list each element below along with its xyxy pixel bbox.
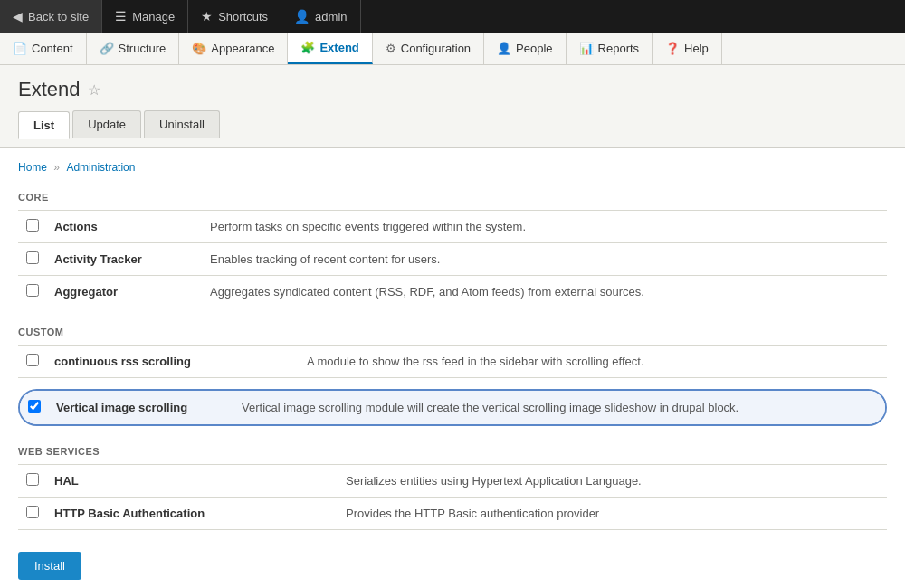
hal-checkbox[interactable] (26, 473, 39, 486)
star-icon: ★ (201, 9, 213, 24)
module-name: Activity Tracker (54, 252, 142, 266)
secondary-nav: 📄 Content 🔗 Structure 🎨 Appearance 🧩 Ext… (0, 33, 905, 65)
tabs-row: List Update Uninstall (18, 110, 887, 138)
people-icon: 👤 (497, 42, 511, 55)
nav-configuration[interactable]: ⚙ Configuration (373, 33, 484, 64)
section-heading-custom: CUSTOM (18, 319, 887, 341)
highlighted-module-table: Vertical image scrolling Vertical image … (20, 391, 885, 424)
page-content: Extend ☆ List Update Uninstall Home » Ad… (0, 65, 905, 588)
module-desc: Vertical image scrolling module will cre… (242, 401, 738, 414)
table-row: HTTP Basic Authentication Provides the H… (18, 498, 887, 530)
table-row: HAL Serializes entities using Hypertext … (18, 465, 887, 498)
install-button[interactable]: Install (18, 552, 81, 580)
reports-icon: 📊 (579, 42, 594, 55)
table-row: Actions Perform tasks on specific events… (18, 211, 887, 243)
favorite-star-icon[interactable]: ☆ (88, 81, 100, 99)
actions-checkbox[interactable] (26, 219, 39, 232)
continuous-rss-checkbox[interactable] (26, 354, 39, 366)
page-header: Extend ☆ List Update Uninstall (0, 65, 905, 148)
module-name: HAL (54, 474, 79, 488)
nav-content[interactable]: 📄 Content (0, 33, 87, 64)
custom-modules-table: continuous rss scrolling A module to sho… (18, 345, 887, 378)
config-icon: ⚙ (386, 42, 396, 55)
module-name: Vertical image scrolling (56, 401, 187, 414)
appearance-icon: 🎨 (192, 42, 206, 55)
content-icon: 📄 (13, 42, 27, 55)
web-services-modules-table: HAL Serializes entities using Hypertext … (18, 464, 887, 530)
section-heading-web-services: WEB SERVICES (18, 439, 887, 460)
top-bar: ◀ Back to site ☰ Manage ★ Shortcuts 👤 ad… (0, 0, 905, 33)
module-desc: A module to show the rss feed in the sid… (307, 355, 644, 368)
breadcrumb-home[interactable]: Home (18, 161, 47, 174)
extend-icon: 🧩 (300, 41, 315, 54)
menu-icon: ☰ (115, 9, 127, 24)
tab-uninstall[interactable]: Uninstall (144, 110, 220, 138)
main-content: Home » Administration CORE Actions Perfo… (0, 148, 905, 588)
http-basic-auth-checkbox[interactable] (26, 506, 39, 518)
module-name: continuous rss scrolling (54, 355, 191, 368)
module-name: Aggregator (54, 285, 118, 299)
nav-people[interactable]: 👤 People (484, 33, 566, 64)
tab-update[interactable]: Update (72, 110, 141, 138)
module-desc: Perform tasks on specific events trigger… (210, 220, 526, 233)
nav-reports[interactable]: 📊 Reports (567, 33, 653, 64)
module-name: HTTP Basic Authentication (54, 507, 205, 520)
structure-icon: 🔗 (100, 42, 114, 55)
shortcuts-menu[interactable]: ★ Shortcuts (188, 0, 281, 33)
nav-appearance[interactable]: 🎨 Appearance (179, 33, 288, 64)
table-row: Aggregator Aggregates syndicated content… (18, 276, 887, 308)
core-modules-table: Actions Perform tasks on specific events… (18, 210, 887, 308)
activity-tracker-checkbox[interactable] (26, 251, 39, 264)
back-arrow-icon: ◀ (13, 9, 23, 24)
module-desc: Aggregates syndicated content (RSS, RDF,… (210, 285, 644, 299)
module-desc: Enables tracking of recent content for u… (210, 252, 440, 266)
back-to-site[interactable]: ◀ Back to site (0, 0, 102, 33)
nav-structure[interactable]: 🔗 Structure (87, 33, 180, 64)
highlighted-module-wrapper: Vertical image scrolling Vertical image … (18, 389, 887, 426)
aggregator-checkbox[interactable] (26, 284, 39, 297)
table-row: continuous rss scrolling A module to sho… (18, 346, 887, 378)
help-icon: ❓ (665, 42, 680, 55)
table-row: Vertical image scrolling Vertical image … (20, 391, 885, 424)
breadcrumb-admin[interactable]: Administration (66, 161, 135, 174)
page-title: Extend (18, 78, 81, 101)
nav-extend[interactable]: 🧩 Extend (288, 33, 372, 64)
module-desc: Serializes entities using Hypertext Appl… (346, 474, 642, 488)
section-heading-core: CORE (18, 185, 887, 206)
module-desc: Provides the HTTP Basic authentication p… (346, 507, 599, 520)
vertical-image-checkbox[interactable] (28, 400, 41, 413)
nav-help[interactable]: ❓ Help (653, 33, 722, 64)
manage-menu[interactable]: ☰ Manage (102, 0, 188, 33)
table-row: Activity Tracker Enables tracking of rec… (18, 243, 887, 276)
tab-list[interactable]: List (18, 111, 70, 139)
admin-menu[interactable]: 👤 admin (281, 0, 360, 33)
module-name: Actions (54, 220, 98, 233)
user-icon: 👤 (294, 9, 310, 24)
breadcrumb: Home » Administration (18, 161, 887, 174)
